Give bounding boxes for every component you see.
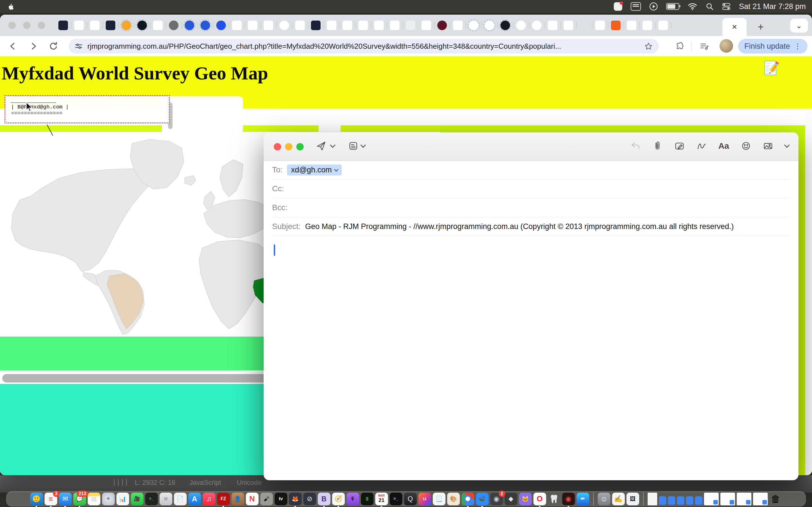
dock-minimized-page[interactable] — [720, 493, 735, 505]
send-icon[interactable] — [316, 141, 326, 151]
media-queue-icon[interactable] — [700, 42, 709, 51]
tab-substack[interactable] — [311, 20, 320, 30]
tab-chart[interactable] — [548, 20, 557, 30]
mail-zoom-button[interactable] — [296, 143, 304, 151]
dock-safari[interactable]: 🧭 — [332, 493, 345, 505]
app-notification-icon[interactable] — [614, 2, 622, 11]
tab-sap[interactable] — [153, 20, 163, 30]
site-settings-icon[interactable] — [74, 42, 83, 50]
dock-mail[interactable]: ✉ — [59, 493, 71, 505]
dock-stickies[interactable]: ✍ — [612, 493, 625, 505]
mail-close-button[interactable] — [274, 143, 281, 151]
editor-language-selector[interactable]: JavaScript — [190, 478, 221, 487]
dock-intellij[interactable]: IJ — [418, 493, 431, 505]
tab-s-circle[interactable] — [500, 20, 510, 30]
mail-minimize-button[interactable] — [285, 143, 292, 151]
dock-obs[interactable]: ◉ 2 — [490, 493, 503, 505]
playback-icon[interactable] — [649, 2, 658, 11]
tab-chart[interactable] — [564, 20, 573, 30]
new-tab-button[interactable]: + — [753, 20, 768, 34]
tab-google-cloud[interactable] — [453, 20, 463, 30]
dock-minimized-safari-window[interactable] — [695, 496, 702, 505]
editor-encoding[interactable]: Unicode — [237, 478, 262, 487]
dock-calculator[interactable]: ⌗ — [160, 493, 172, 505]
dock-calendar[interactable]: MAR 21 — [375, 493, 388, 505]
scribble-icon[interactable] — [696, 141, 707, 151]
dock-reminders[interactable]: ≡ 3 — [45, 493, 57, 505]
cc-field[interactable]: Cc: — [272, 179, 790, 198]
dock-terminal[interactable]: >_ — [145, 493, 158, 505]
tab-globe[interactable] — [516, 20, 526, 30]
address-bar[interactable]: rjmprogramming.com.au/PHP/GeoChart/geo_c… — [69, 39, 659, 54]
dock-numbers[interactable]: 📊 — [116, 493, 129, 505]
tab-globe[interactable] — [280, 20, 289, 30]
dock-tooth-app[interactable]: 🦷 — [548, 493, 560, 505]
message-body[interactable] — [264, 236, 799, 478]
wifi-icon[interactable] — [688, 2, 697, 11]
zoom-window-button[interactable] — [38, 22, 45, 29]
photos-icon[interactable] — [763, 141, 773, 151]
dock-messages[interactable]: 💬 213 — [73, 493, 86, 505]
dock-minimized-page[interactable] — [737, 493, 751, 505]
dock-gimp[interactable]: 🖌 — [260, 493, 273, 505]
dock-launchpad[interactable]: ✦ — [102, 493, 115, 505]
dock-nomachine[interactable]: ⊘ — [303, 493, 316, 505]
apple-menu-icon[interactable] — [7, 2, 14, 11]
header-fields-chevron-icon[interactable] — [360, 142, 366, 148]
dock-minimized-safari-window[interactable] — [677, 496, 684, 505]
tab-chart[interactable] — [627, 20, 637, 30]
dock-pages[interactable]: 📃 — [433, 493, 446, 505]
active-tab[interactable]: ✕ — [722, 18, 747, 36]
dock-gauge-app[interactable]: ◉ — [562, 493, 575, 505]
dock-textedit[interactable]: 📄 — [174, 493, 187, 505]
dock-apple-tv[interactable]: tv — [274, 493, 287, 505]
input-source-icon[interactable] — [631, 2, 641, 11]
tab-chart[interactable] — [295, 20, 305, 30]
tab-afl[interactable] — [437, 20, 447, 30]
dock-minimized-safari-window[interactable] — [659, 496, 666, 505]
tab-substack[interactable] — [58, 20, 68, 30]
menu-clock[interactable]: Sat 21 Mar 7:28 pm — [739, 2, 806, 11]
tab-chart[interactable] — [421, 20, 431, 30]
dock-minimized-page[interactable] — [704, 493, 719, 505]
bcc-field[interactable]: Bcc: — [272, 198, 790, 217]
tab-audio-speaker-icon[interactable] — [579, 20, 589, 30]
dock-minimized-safari-window[interactable] — [668, 496, 675, 505]
dock-trash[interactable]: 🗑 — [769, 493, 782, 505]
close-tab-icon[interactable]: ✕ — [732, 23, 737, 31]
dock-chrome[interactable] — [462, 493, 474, 505]
tab-sparkline-doc[interactable] — [264, 20, 273, 30]
tab-orange-site[interactable] — [121, 20, 131, 30]
profile-avatar[interactable] — [719, 39, 733, 53]
tab-history[interactable] — [643, 20, 652, 30]
dock-inkscape[interactable]: ◆ — [505, 493, 517, 505]
dock-bbedit[interactable]: B — [318, 493, 331, 505]
tab-chart[interactable] — [358, 20, 368, 30]
tab-chart[interactable] — [390, 20, 400, 30]
tab-chart[interactable] — [374, 20, 384, 30]
send-options-chevron-icon[interactable] — [330, 142, 336, 148]
reload-button[interactable] — [49, 41, 59, 51]
minimize-window-button[interactable] — [23, 22, 31, 29]
tab-gmail[interactable] — [90, 20, 100, 30]
extensions-icon[interactable] — [675, 42, 684, 51]
dock-paintbrush[interactable]: 🎨 — [447, 493, 460, 505]
tab-youtube-music[interactable] — [485, 20, 494, 30]
back-button[interactable] — [8, 41, 18, 51]
bookmark-star-icon[interactable] — [644, 42, 653, 51]
dock-minimized-document[interactable] — [648, 493, 657, 505]
tab-chart[interactable] — [232, 20, 242, 30]
dock-cat-app[interactable]: 🐱 — [519, 493, 532, 505]
to-recipient-token[interactable]: xd@gh.com — [287, 165, 342, 175]
tab-globe[interactable] — [532, 20, 542, 30]
photos-chevron-icon[interactable] — [784, 142, 790, 148]
subject-field[interactable]: Subject: Geo Map - RJM Programming - //w… — [272, 217, 790, 236]
memo-icon[interactable]: 📝 — [763, 60, 779, 75]
close-window-button[interactable] — [8, 22, 16, 29]
control-center-icon[interactable] — [722, 2, 730, 11]
tab-chart[interactable] — [343, 20, 352, 30]
dock-divider[interactable] — [593, 492, 594, 506]
dock-podcasts[interactable]: 🎙 — [347, 493, 359, 505]
tab-britbox[interactable] — [137, 20, 147, 30]
tab-chart[interactable] — [595, 20, 605, 30]
